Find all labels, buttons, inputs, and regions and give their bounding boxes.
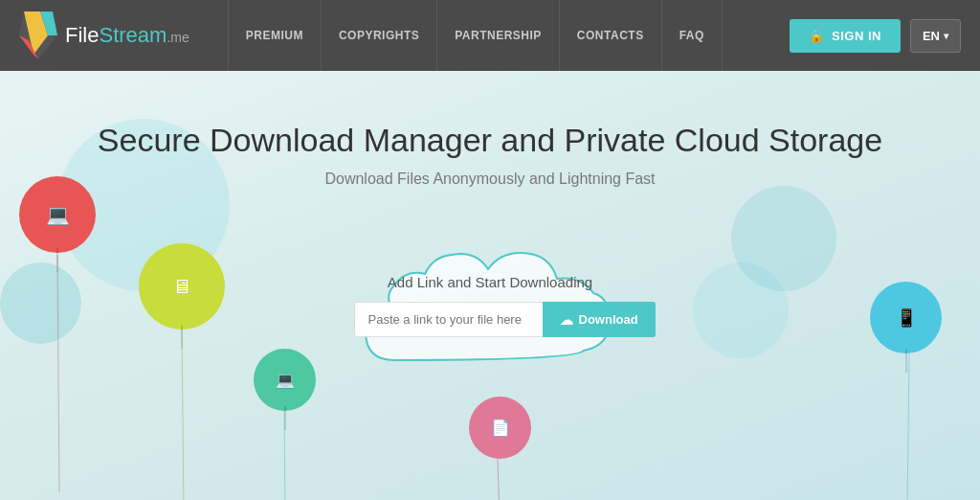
nav-links: PREMIUM COPYRIGHTS PARTNERSHIP CONTACTS … xyxy=(228,0,790,71)
hero-section: 💻 🖥 💻 📱 📄 Secure Download Manager and Pr… xyxy=(0,71,980,500)
nav-item-partnership[interactable]: PARTNERSHIP xyxy=(437,0,560,71)
hero-title: Secure Download Manager and Private Clou… xyxy=(98,119,882,161)
language-button[interactable]: EN ▾ xyxy=(910,19,961,53)
cloud-container: Add Link and Start Downloading ☁ Downloa… xyxy=(337,216,643,408)
nav-right: 🔒 SIGN IN EN ▾ xyxy=(790,19,961,53)
nav-item-contacts[interactable]: CONTACTS xyxy=(560,0,662,71)
title-and: and xyxy=(501,122,564,158)
hero-subtitle: Download Files Anonymously and Lightning… xyxy=(324,170,655,188)
laptop-icon: 💻 xyxy=(46,203,70,226)
signin-label: SIGN IN xyxy=(832,29,881,43)
balloon-red: 💻 xyxy=(19,176,96,253)
balloon-teal-bg xyxy=(0,262,81,344)
logo-icon xyxy=(19,11,57,59)
cloud-download-icon: ☁ xyxy=(560,312,573,328)
lang-label: EN xyxy=(923,29,940,43)
monitor-icon: 🖥 xyxy=(172,276,191,298)
svg-line-5 xyxy=(182,330,184,500)
svg-line-8 xyxy=(498,459,500,500)
balloon-green: 💻 xyxy=(254,349,316,411)
download-button[interactable]: ☁ Download xyxy=(543,302,656,337)
lock-icon: 🔒 xyxy=(809,29,825,43)
title-part2: Private Cloud Storage xyxy=(565,122,883,158)
navbar: FileStream.me PREMIUM COPYRIGHTS PARTNER… xyxy=(0,0,980,71)
file-icon: 📄 xyxy=(491,419,510,437)
mobile-icon: 📱 xyxy=(896,307,917,329)
link-input[interactable] xyxy=(354,302,543,337)
balloon-teal-large xyxy=(731,186,836,291)
nav-item-faq[interactable]: FAQ xyxy=(662,0,723,71)
download-label: Download xyxy=(579,312,638,327)
balloon-yellow: 🖥 xyxy=(139,243,225,330)
nav-item-premium[interactable]: PREMIUM xyxy=(228,0,322,71)
nav-item-copyrights[interactable]: COPYRIGHTS xyxy=(322,0,437,71)
balloon-blue-right: 📱 xyxy=(870,282,942,353)
svg-line-7 xyxy=(907,353,909,500)
signin-button[interactable]: 🔒 SIGN IN xyxy=(790,19,901,53)
cloud-content: Add Link and Start Downloading ☁ Downloa… xyxy=(342,274,638,337)
cloud-label: Add Link and Start Downloading xyxy=(388,274,592,290)
chevron-down-icon: ▾ xyxy=(944,31,948,41)
laptop-small-icon: 💻 xyxy=(276,371,295,389)
logo-text: FileStream.me xyxy=(65,23,189,48)
download-form: ☁ Download xyxy=(354,302,627,337)
title-part1: Secure Download Manager xyxy=(98,122,492,158)
logo[interactable]: FileStream.me xyxy=(19,11,189,59)
